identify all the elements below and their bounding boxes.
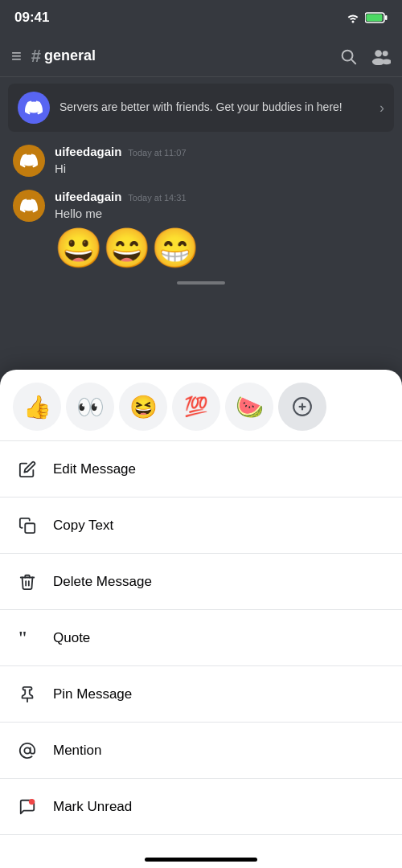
status-icons [346,12,388,23]
quote-label: Quote [53,630,90,646]
avatar-1 [13,145,45,177]
pin-message-item[interactable]: Pin Message [0,666,402,723]
search-icon[interactable] [339,47,357,65]
status-bar: 09:41 [0,0,402,35]
edit-icon [16,458,39,481]
message-time-2: Today at 14:31 [128,193,186,203]
header: ≡ # general [0,35,402,77]
quote-icon: " [16,627,39,649]
mention-icon [16,739,39,762]
mark-unread-icon [16,796,39,818]
svg-line-4 [351,59,355,63]
svg-rect-12 [25,523,35,533]
pin-icon [16,683,39,706]
bottom-sheet: 👍 👀 😆 💯 🍉 Edit Message [0,370,402,868]
svg-point-7 [383,51,388,56]
reaction-hundred[interactable]: 💯 [172,383,220,431]
svg-rect-2 [367,14,383,22]
home-indicator [145,858,257,862]
server-banner-arrow: › [379,100,384,117]
delete-message-item[interactable]: Delete Message [0,554,402,610]
message-header-1: uifeedagain Today at 11:07 [55,145,389,158]
message-time-1: Today at 11:07 [128,148,186,158]
mention-label: Mention [53,743,101,759]
message-username-2: uifeedagain [55,190,121,203]
copy-text-item[interactable]: Copy Text [0,497,402,554]
delete-icon [16,571,39,593]
scroll-indicator [177,281,225,285]
svg-point-16 [29,798,35,804]
svg-point-15 [24,747,30,753]
mention-item[interactable]: Mention [0,723,402,779]
wifi-icon [346,12,360,23]
message-username-1: uifeedagain [55,145,121,158]
members-icon[interactable] [371,47,391,65]
delete-message-label: Delete Message [53,574,152,590]
message-header-2: uifeedagain Today at 14:31 [55,190,389,203]
avatar-2 [13,190,45,222]
reaction-eyes[interactable]: 👀 [66,383,114,431]
message-text-1: Hi [55,160,389,177]
status-time: 09:41 [14,10,49,26]
svg-rect-1 [385,15,388,20]
copy-icon [16,514,39,537]
mark-unread-label: Mark Unread [53,799,132,815]
header-actions [339,47,391,65]
channel-name: general [44,47,339,64]
reaction-bar: 👍 👀 😆 💯 🍉 [0,370,402,441]
battery-icon [365,12,388,23]
message-text-2: Hello me [55,205,389,222]
hash-symbol: # [31,46,41,67]
quote-item[interactable]: " Quote [0,610,402,666]
mark-unread-item[interactable]: Mark Unread [0,779,402,835]
message-2: uifeedagain Today at 14:31 Hello me 😀😄😁 [0,183,402,278]
edit-message-label: Edit Message [53,461,136,477]
server-banner-text: Servers are better with friends. Get you… [59,100,379,116]
pin-message-label: Pin Message [53,686,132,702]
add-reaction-button[interactable] [278,383,326,431]
chat-area: Servers are better with friends. Get you… [0,77,402,370]
reaction-thumbs-up[interactable]: 👍 [13,383,61,431]
edit-message-item[interactable]: Edit Message [0,441,402,497]
reaction-watermelon[interactable]: 🍉 [225,383,273,431]
message-content-1: uifeedagain Today at 11:07 Hi [55,145,389,177]
message-emojis: 😀😄😁 [55,225,389,272]
reaction-laughing[interactable]: 😆 [119,383,167,431]
server-banner-icon [18,92,50,124]
svg-text:": " [18,629,27,647]
message-1: uifeedagain Today at 11:07 Hi [0,138,402,183]
message-content-2: uifeedagain Today at 14:31 Hello me 😀😄😁 [55,190,389,272]
svg-point-5 [375,50,382,57]
menu-icon[interactable]: ≡ [11,46,22,67]
server-banner[interactable]: Servers are better with friends. Get you… [8,84,394,132]
copy-text-label: Copy Text [53,518,113,534]
